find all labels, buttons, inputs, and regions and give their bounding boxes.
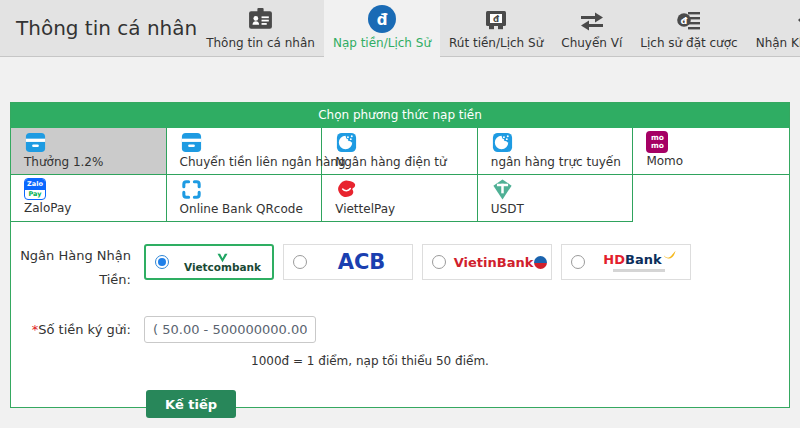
promo-tag-icon [795,5,800,34]
bank-list: Vietcombank ACB VietinBank [144,244,691,292]
bank-option-vietinbank[interactable]: VietinBank [422,244,552,280]
tab-withdraw-history[interactable]: đ Rút tiền/Lịch Sử [440,0,552,57]
deposit-form: Ngân Hàng Nhận Tiền: Vietcombank [11,222,789,418]
method-label: Online Bank QRcode [180,202,322,216]
methods-row-1: Thưởng 1.2% Chuyển tiền liên ngân hàng N… [11,128,789,175]
methods-row-2: Zalo Pay ZaloPay Online Bank QRcode Viet… [11,175,789,222]
bank-select-label: Ngân Hàng Nhận Tiền: [11,244,131,292]
method-label: Chuyển tiền liên ngân hàng [180,155,322,169]
method-usdt[interactable]: USDT [478,175,634,222]
amount-label: *Số tiền ký gửi: [11,318,131,342]
tab-label: Nạp tiền/Lịch Sử [333,36,431,50]
tab-deposit-history[interactable]: đ Nạp tiền/Lịch Sử [324,0,440,57]
method-zalopay[interactable]: Zalo Pay ZaloPay [11,175,167,222]
method-label: Thưởng 1.2% [24,155,166,169]
hdbank-logo: HDBank [589,252,690,272]
tab-bar: Thông tin cá nhân đ Nạp tiền/Lịch Sử đ R… [197,0,800,57]
radio-unselected[interactable] [432,255,446,269]
radio-selected[interactable] [155,255,169,269]
method-label: ViettelPay [335,202,477,216]
svg-text:đ: đ [681,15,688,26]
method-label: ZaloPay [24,201,166,215]
globe-bank-icon [491,131,514,154]
tab-transfer-wallet[interactable]: Chuyển Ví [552,0,631,57]
bet-history-icon: đ [676,5,702,34]
hdbank-tagline [613,269,665,272]
tab-personal-info[interactable]: Thông tin cá nhân [197,0,324,57]
acb-logo: ACB [311,250,412,274]
tab-label: Lịch sử đặt cược [640,36,737,50]
header: Thông tin cá nhân Thông tin cá nhân đ Nạ… [0,0,800,57]
method-interbank-transfer[interactable]: Chuyển tiền liên ngân hàng [167,128,323,175]
method-online-banking[interactable]: ngân hàng trực tuyến [478,128,634,175]
credit-card-icon [24,131,47,154]
next-button[interactable]: Kế tiếp [146,390,236,418]
bank-option-acb[interactable]: ACB [283,244,413,280]
methods-row-filler [633,175,789,222]
panel-title: Chọn phương thức nạp tiền [11,103,789,128]
conversion-note: 1000đ = 1 điểm, nạp tối thiểu 50 điểm. [251,354,789,368]
id-badge-icon [247,5,274,34]
transfer-arrows-icon [579,5,605,34]
tab-label: Rút tiền/Lịch Sử [449,36,543,50]
method-label: USDT [491,202,633,216]
svg-text:đ: đ [377,11,388,29]
radio-unselected[interactable] [571,255,585,269]
credit-card-icon [180,131,203,154]
deposit-panel: Chọn phương thức nạp tiền Thưởng 1.2% Ch… [10,102,790,408]
tab-bet-history[interactable]: đ Lịch sử đặt cược [631,0,746,57]
tab-label: Thông tin cá nhân [206,36,315,50]
vietinbank-logo: VietinBank [450,255,551,270]
vietcombank-logo: Vietcombank [173,253,272,272]
dong-circle-icon: đ [367,4,397,34]
bank-select-row: Ngân Hàng Nhận Tiền: Vietcombank [11,244,789,292]
tab-label: Chuyển Ví [561,36,622,50]
usdt-logo [491,178,514,201]
method-label: Momo [646,154,789,168]
amount-row: *Số tiền ký gửi: [11,316,789,343]
page-title: Thông tin cá nhân [0,16,197,40]
momo-logo: momo [646,131,668,153]
tab-promotions[interactable]: Nhận Khuyến Mãi [747,0,800,57]
method-online-bank-qrcode[interactable]: Online Bank QRcode [167,175,323,222]
radio-unselected[interactable] [293,255,307,269]
method-normal[interactable]: Thưởng 1.2% [11,128,167,175]
globe-bank-icon [335,131,358,154]
amount-input[interactable] [144,316,316,343]
tab-label: Nhận Khuyến Mãi [756,36,800,50]
qr-frame-icon [180,178,203,201]
method-label: ngân hàng trực tuyến [491,155,633,169]
method-label: Ngân hàng điện tử [335,155,477,169]
viettelpay-logo [335,178,358,201]
bank-option-hdbank[interactable]: HDBank [561,244,691,280]
method-momo[interactable]: momo Momo [633,128,789,175]
zalopay-logo: Zalo Pay [24,178,46,200]
method-viettelpay[interactable]: ViettelPay [322,175,478,222]
svg-text:đ: đ [493,13,500,23]
atm-withdraw-icon: đ [483,5,509,34]
method-ebanking[interactable]: Ngân hàng điện tử [322,128,478,175]
bank-option-vietcombank[interactable]: Vietcombank [144,244,274,280]
